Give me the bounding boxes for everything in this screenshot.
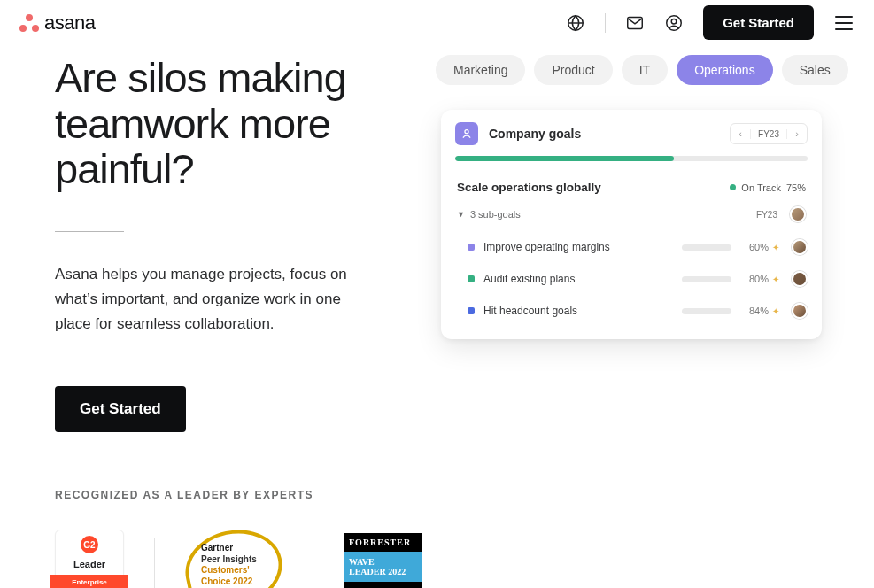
hero-copy: Are silos making teamwork more painful? … bbox=[55, 55, 427, 588]
tab-operations[interactable]: Operations bbox=[677, 55, 772, 85]
badge-forrester: FORRESTER WAVE LEADER 2022 Collaborative… bbox=[344, 533, 422, 588]
tab-sales[interactable]: Sales bbox=[782, 55, 848, 85]
card-body: Scale operations globally On Track 75% ▼… bbox=[441, 161, 822, 327]
goal-progress-track bbox=[682, 244, 731, 251]
period-label: FY23 bbox=[750, 129, 787, 139]
subgoal-row[interactable]: Improve operating margins60%✦ bbox=[455, 231, 808, 263]
logo-mark-icon bbox=[19, 14, 39, 32]
caret-down-icon: ▼ bbox=[457, 210, 465, 219]
g2-ribbon: Enterprise bbox=[50, 575, 128, 588]
period-switcher: ‹ FY23 › bbox=[730, 123, 808, 144]
logo-wordmark: asana bbox=[44, 12, 95, 35]
badge-gartner: Gartner Peer Insights Customers' Choice … bbox=[185, 530, 282, 588]
subgoal-row[interactable]: Audit existing plans80%✦ bbox=[455, 263, 808, 295]
g2-title: Leader bbox=[73, 559, 105, 569]
svg-point-3 bbox=[671, 19, 677, 24]
goal-pct: 60% bbox=[739, 242, 769, 252]
forrester-footer: Collaborative Work Management Tools bbox=[344, 582, 422, 588]
badge-divider bbox=[313, 538, 313, 588]
tab-marketing[interactable]: Marketing bbox=[436, 55, 525, 85]
badges-row: G2 Leader Enterprise FALL 2022 Gartner P… bbox=[55, 530, 427, 588]
account-icon[interactable] bbox=[664, 13, 684, 33]
tab-it[interactable]: IT bbox=[622, 55, 668, 85]
goal-name: Audit existing plans bbox=[483, 273, 625, 285]
status-pct: 75% bbox=[786, 182, 806, 193]
menu-icon[interactable] bbox=[833, 14, 855, 32]
subgoals-header[interactable]: ▼ 3 sub-goals FY23 bbox=[455, 201, 808, 231]
forrester-mid: WAVE LEADER 2022 bbox=[344, 552, 422, 582]
main-goal-status: On Track 75% bbox=[730, 182, 806, 193]
globe-icon[interactable] bbox=[566, 13, 585, 33]
hero-title: Are silos making teamwork more painful? bbox=[55, 55, 427, 192]
subgoal-row[interactable]: Hit headcount goals84%✦ bbox=[455, 295, 808, 327]
forrester-mid2: LEADER 2022 bbox=[349, 567, 416, 576]
hero-divider bbox=[55, 231, 124, 232]
svg-point-4 bbox=[465, 130, 468, 134]
hero-subtitle: Asana helps you manage projects, focus o… bbox=[55, 262, 374, 337]
gartner-text: Gartner Peer Insights Customers' Choice … bbox=[201, 543, 257, 587]
top-nav: asana Get Started bbox=[0, 0, 874, 46]
star-icon: ✦ bbox=[772, 275, 779, 284]
goal-progress-track bbox=[682, 308, 731, 314]
g2-logo-icon: G2 bbox=[81, 536, 98, 553]
get-started-hero-button[interactable]: Get Started bbox=[55, 386, 186, 432]
status-dot-icon bbox=[730, 184, 736, 190]
goal-name: Hit headcount goals bbox=[483, 305, 625, 317]
recognized-label: RECOGNIZED AS A LEADER BY EXPERTS bbox=[55, 489, 427, 501]
user-icon bbox=[455, 122, 478, 145]
gartner-line2: Customers' bbox=[201, 565, 257, 576]
nav-actions: Get Started bbox=[566, 5, 855, 40]
forrester-mid1: WAVE bbox=[349, 557, 416, 567]
badge-g2: G2 Leader Enterprise FALL 2022 bbox=[55, 530, 124, 588]
gartner-line1: Peer Insights bbox=[201, 554, 257, 566]
goal-name: Improve operating margins bbox=[483, 241, 625, 253]
goal-color-icon bbox=[468, 307, 475, 314]
goal-pct: 80% bbox=[739, 274, 769, 284]
category-tabs: MarketingProductITOperationsSales bbox=[436, 55, 874, 85]
goal-progress-track bbox=[682, 276, 731, 282]
avatar bbox=[790, 206, 806, 222]
goals-card: Company goals ‹ FY23 › Scale operations … bbox=[441, 110, 822, 339]
hero-visual: MarketingProductITOperationsSales Compan… bbox=[427, 55, 874, 588]
chevron-left-icon[interactable]: ‹ bbox=[731, 124, 750, 143]
badge-divider bbox=[154, 538, 155, 588]
tab-product[interactable]: Product bbox=[534, 55, 612, 85]
main-goal-row: Scale operations globally On Track 75% bbox=[455, 166, 808, 201]
subgoals-period: FY23 bbox=[756, 210, 777, 220]
goal-color-icon bbox=[468, 244, 475, 251]
card-header: Company goals ‹ FY23 › bbox=[441, 110, 822, 156]
goal-color-icon bbox=[468, 275, 475, 282]
avatar bbox=[792, 303, 808, 319]
subgoals-count: 3 sub-goals bbox=[470, 209, 521, 220]
goal-pct: 84% bbox=[739, 306, 769, 316]
recognized-section: RECOGNIZED AS A LEADER BY EXPERTS G2 Lea… bbox=[55, 489, 427, 588]
forrester-brand: FORRESTER bbox=[344, 533, 422, 552]
chevron-right-icon[interactable]: › bbox=[787, 124, 807, 143]
main-goal-name: Scale operations globally bbox=[457, 181, 601, 194]
nav-divider bbox=[605, 13, 606, 33]
mail-icon[interactable] bbox=[625, 13, 645, 33]
star-icon: ✦ bbox=[772, 306, 779, 316]
avatar bbox=[792, 239, 808, 255]
avatar bbox=[792, 271, 808, 287]
star-icon: ✦ bbox=[772, 243, 779, 252]
get-started-nav-button[interactable]: Get Started bbox=[703, 5, 814, 40]
logo[interactable]: asana bbox=[19, 12, 95, 35]
gartner-line3: Choice 2022 bbox=[201, 576, 257, 588]
gartner-brand: Gartner bbox=[201, 543, 257, 554]
status-text: On Track bbox=[741, 182, 781, 193]
card-title: Company goals bbox=[489, 127, 581, 141]
subgoals-list: Improve operating margins60%✦Audit exist… bbox=[455, 231, 808, 327]
